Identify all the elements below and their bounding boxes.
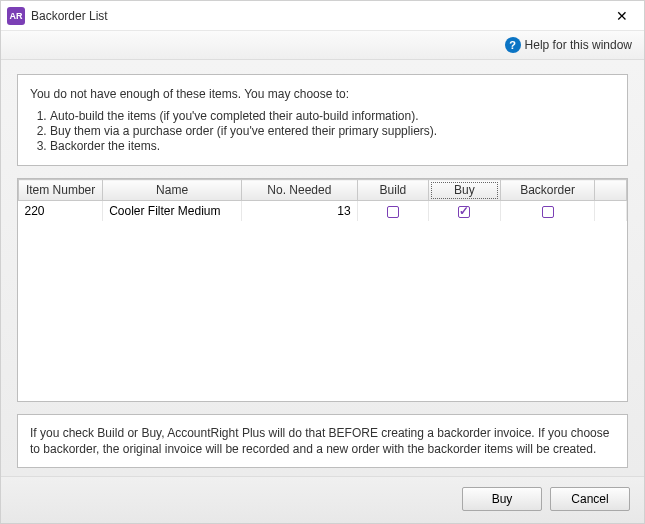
close-button[interactable]: ✕ (599, 1, 644, 31)
hdr-name[interactable]: Name (103, 180, 242, 201)
option-autobuild: Auto-build the items (if you've complete… (50, 109, 615, 123)
cell-build (357, 201, 429, 222)
cell-no-needed: 13 (241, 201, 357, 222)
table-row[interactable]: 220Cooler Filter Medium13 (19, 201, 627, 222)
backorder-list-window: AR Backorder List ✕ ? Help for this wind… (0, 0, 645, 524)
hdr-item-number[interactable]: Item Number (19, 180, 103, 201)
option-buy: Buy them via a purchase order (if you've… (50, 124, 615, 138)
backorder-checkbox[interactable] (542, 206, 554, 218)
help-link[interactable]: Help for this window (525, 38, 632, 52)
dialog-footer: Buy Cancel (1, 476, 644, 523)
cell-name: Cooler Filter Medium (103, 201, 242, 222)
dialog-body: You do not have enough of these items. Y… (1, 60, 644, 476)
items-table-header: Item Number Name No. Needed Build Buy Ba… (19, 180, 627, 201)
help-icon: ? (505, 37, 521, 53)
hdr-blank (595, 180, 627, 201)
help-bar: ? Help for this window (1, 31, 644, 60)
titlebar: AR Backorder List ✕ (1, 1, 644, 31)
buy-checkbox[interactable] (458, 206, 470, 218)
message-panel: You do not have enough of these items. Y… (17, 74, 628, 166)
window-title: Backorder List (31, 9, 108, 23)
note-panel: If you check Build or Buy, AccountRight … (17, 414, 628, 468)
message-options: Auto-build the items (if you've complete… (50, 109, 615, 153)
hdr-backorder[interactable]: Backorder (500, 180, 595, 201)
cancel-button[interactable]: Cancel (550, 487, 630, 511)
hdr-no-needed[interactable]: No. Needed (241, 180, 357, 201)
items-table-wrap: Item Number Name No. Needed Build Buy Ba… (17, 178, 628, 402)
build-checkbox[interactable] (387, 206, 399, 218)
hdr-build[interactable]: Build (357, 180, 429, 201)
note-text: If you check Build or Buy, AccountRight … (30, 426, 609, 456)
cell-backorder (500, 201, 595, 222)
cell-buy (429, 201, 501, 222)
hdr-buy[interactable]: Buy (429, 180, 501, 201)
items-table: Item Number Name No. Needed Build Buy Ba… (18, 179, 627, 221)
cell-item-number: 220 (19, 201, 103, 222)
app-icon: AR (7, 7, 25, 25)
cell-blank (595, 201, 627, 222)
message-intro: You do not have enough of these items. Y… (30, 87, 615, 101)
buy-button[interactable]: Buy (462, 487, 542, 511)
option-backorder: Backorder the items. (50, 139, 615, 153)
